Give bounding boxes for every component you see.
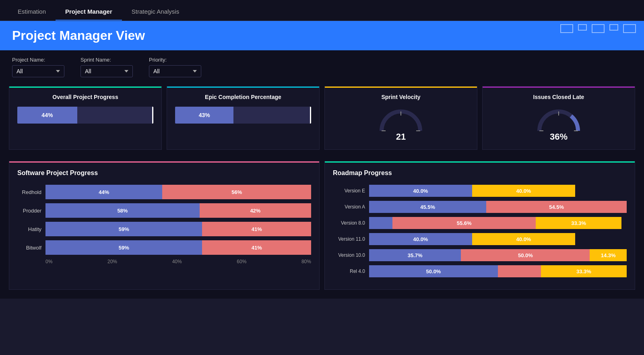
issues-closed-late-value: 36% — [550, 132, 568, 142]
bar-seg-blue: 40.0% — [369, 233, 472, 245]
epic-completion-bar-wrap: 43% — [175, 107, 311, 124]
roadmap-progress-card: Roadmap Progress Version E 40.0%40.0% Ve… — [324, 161, 635, 290]
header-banner: Project Manager View — [0, 21, 644, 50]
roadmap-label: Version 11.0 — [333, 236, 369, 242]
project-name-label: Project Name: — [12, 57, 64, 63]
bar-seg-pink: 54.5% — [486, 201, 627, 213]
bar-seg-blue: 45.5% — [369, 201, 486, 213]
epic-completion-bar-fill: 43% — [175, 107, 233, 124]
bar-seg-yellow: 14.3% — [590, 249, 627, 261]
tab-estimation[interactable]: Estimation — [8, 3, 56, 21]
deco-rect-3 — [592, 24, 605, 33]
bar-seg-blue: 59% — [45, 240, 202, 255]
bar-seg-yellow: 33.3% — [541, 265, 627, 277]
software-x-axis: 0% 20% 40% 60% 80% — [17, 259, 311, 264]
epic-completion-line — [310, 107, 311, 124]
bar-seg-blue: 40.0% — [369, 185, 472, 197]
bar-label: Prodder — [17, 208, 45, 214]
filters-bar: Project Name: All Sprint Name: All Prior… — [0, 50, 644, 84]
roadmap-bar-stacked: 40.0%40.0% — [369, 185, 627, 197]
metric-sprint-velocity: Sprint Velocity 21 — [324, 86, 477, 150]
bar-seg-pink: 41% — [202, 240, 311, 255]
software-progress-chart: Redhold 44% 56% Prodder 58% 42% Hatity 5… — [17, 185, 311, 272]
roadmap-bar-stacked: 40.0%40.0% — [369, 233, 627, 245]
roadmap-row: Version 10.0 35.7%50.0%14.3% — [333, 249, 627, 261]
bar-seg-pink: 41% — [202, 222, 311, 236]
software-progress-card: Software Project Progress Redhold 44% 56… — [9, 161, 320, 290]
metric-overall-progress-title: Overall Project Progress — [17, 94, 153, 100]
roadmap-bar-empty — [621, 217, 627, 229]
roadmap-progress-title: Roadmap Progress — [333, 169, 627, 177]
bar-seg-blue: 58% — [45, 203, 200, 218]
overall-progress-bar-fill: 44% — [17, 107, 77, 124]
metric-sprint-velocity-title: Sprint Velocity — [333, 94, 469, 100]
project-name-filter: Project Name: All — [12, 57, 64, 77]
roadmap-bar-stacked: 45.5%54.5% — [369, 201, 627, 213]
overall-progress-value: 44% — [41, 112, 53, 118]
bar-seg-pink: 42% — [200, 203, 311, 218]
bar-seg-pink — [498, 265, 541, 277]
roadmap-row: Version A 45.5%54.5% — [333, 201, 627, 213]
bar-row: Prodder 58% 42% — [17, 203, 311, 218]
sprint-name-select[interactable]: All — [80, 65, 133, 77]
bar-seg-blue — [369, 217, 392, 229]
tabs-bar: Estimation Project Manager Strategic Ana… — [0, 0, 644, 21]
roadmap-bar-empty — [575, 185, 627, 197]
bar-row: Hatity 59% 41% — [17, 222, 311, 236]
software-progress-title: Software Project Progress — [17, 169, 311, 177]
bar-stacked: 44% 56% — [45, 185, 311, 199]
tab-strategic-analysis[interactable]: Strategic Analysis — [122, 3, 189, 21]
bar-seg-yellow: 40.0% — [472, 233, 575, 245]
sprint-velocity-value: 21 — [396, 132, 406, 142]
deco-rect-1 — [560, 24, 573, 33]
software-bars: Redhold 44% 56% Prodder 58% 42% Hatity 5… — [17, 185, 311, 255]
roadmap-row: Version 8.0 55.6%33.3% — [333, 217, 627, 229]
deco-rect-5 — [623, 24, 636, 33]
bar-seg-blue: 44% — [45, 185, 162, 199]
metric-epic-completion-title: Epic Completion Percentage — [175, 94, 311, 100]
roadmap-bar-empty — [575, 233, 627, 245]
overall-progress-bar-wrap: 44% — [17, 107, 153, 124]
roadmap-bar-stacked: 50.0%33.3% — [369, 265, 627, 277]
bar-row: Redhold 44% 56% — [17, 185, 311, 199]
metric-issues-closed-late: Issues Closed Late 36% — [482, 86, 635, 150]
bar-label: Redhold — [17, 189, 45, 195]
bar-seg-yellow: 40.0% — [472, 185, 575, 197]
epic-completion-value: 43% — [199, 112, 210, 118]
metric-issues-closed-late-title: Issues Closed Late — [491, 94, 627, 100]
bar-stacked: 59% 41% — [45, 240, 311, 255]
header-decorations — [560, 24, 636, 33]
roadmap-label: Version E — [333, 188, 369, 194]
bar-label: Bitwolf — [17, 245, 45, 251]
bar-seg-blue: 50.0% — [369, 265, 498, 277]
roadmap-bar-stacked: 35.7%50.0%14.3% — [369, 249, 627, 261]
deco-rect-4 — [609, 24, 618, 31]
bar-seg-blue: 35.7% — [369, 249, 461, 261]
metric-overall-progress: Overall Project Progress 44% — [9, 86, 162, 150]
priority-select[interactable]: All — [149, 65, 201, 77]
tab-project-manager[interactable]: Project Manager — [56, 3, 122, 21]
bar-stacked: 59% 41% — [45, 222, 311, 236]
bar-seg-pink: 56% — [162, 185, 311, 199]
metrics-row: Overall Project Progress 44% Epic Comple… — [0, 84, 644, 159]
sprint-velocity-gauge: 21 — [333, 107, 469, 142]
sprint-name-filter: Sprint Name: All — [80, 57, 133, 77]
overall-progress-line — [152, 107, 153, 124]
priority-filter: Priority: All — [149, 57, 201, 77]
roadmap-label: Version A — [333, 204, 369, 210]
roadmap-row: Version 11.0 40.0%40.0% — [333, 233, 627, 245]
issues-closed-late-gauge: 36% — [491, 107, 627, 142]
roadmap-bar-stacked: 55.6%33.3% — [369, 217, 627, 229]
deco-rect-2 — [578, 24, 587, 31]
bar-seg-yellow: 33.3% — [536, 217, 621, 229]
bar-stacked: 58% 42% — [45, 203, 311, 218]
project-name-select[interactable]: All — [12, 65, 64, 77]
bar-row: Bitwolf 59% 41% — [17, 240, 311, 255]
roadmap-row: Rel 4.0 50.0%33.3% — [333, 265, 627, 277]
bar-seg-pink: 50.0% — [461, 249, 590, 261]
roadmap-row: Version E 40.0%40.0% — [333, 185, 627, 197]
roadmap-label: Rel 4.0 — [333, 268, 369, 274]
sprint-velocity-gauge-svg — [377, 107, 425, 135]
roadmap-label: Version 8.0 — [333, 220, 369, 226]
bottom-section: Software Project Progress Redhold 44% 56… — [0, 159, 644, 299]
